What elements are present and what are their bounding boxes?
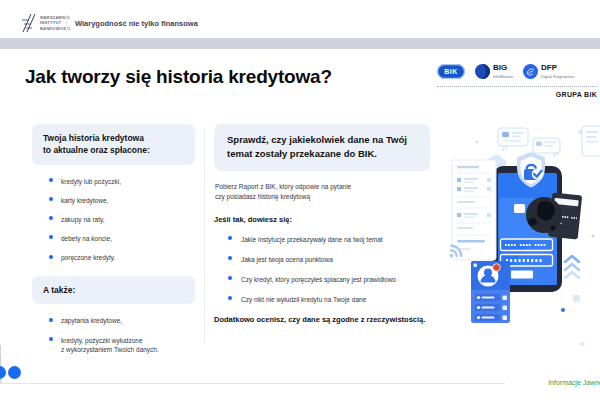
speech-bubble-left-icon <box>498 128 528 151</box>
bullet-icon <box>49 318 53 322</box>
list-item: Czy kredyt, który poręczyłeś spłacany je… <box>228 275 430 284</box>
list-item: debety na koncie, <box>49 234 195 243</box>
profile-card-icon <box>471 261 510 323</box>
security-illustration <box>430 118 600 358</box>
globe-icon <box>526 197 562 233</box>
list-item: Jaka jest twoja ocena punktowa <box>228 255 430 264</box>
slide-page: WARSZAWSKI INSTYTUT BANKOWOŚCI Wiarygodn… <box>0 0 600 400</box>
left-list-primary: kredyty lub pożyczki, karty kredytowe, z… <box>32 177 195 262</box>
list-item: kredyty lub pożyczki, <box>49 177 195 186</box>
list-item: zapytania kredytowe, <box>49 316 195 325</box>
middle-column: Sprawdź, czy jakiekolwiek dane na Twój t… <box>214 124 430 324</box>
receipt-document-icon <box>452 160 496 260</box>
bullet-icon <box>49 337 53 341</box>
wib-logo-icon <box>20 12 36 34</box>
middle-intro: Pobierz Raport z BIK, który odpowie na p… <box>215 182 375 202</box>
slide-edge-bottom <box>0 383 505 384</box>
speech-bubble-right-icon <box>533 138 560 157</box>
bullet-icon <box>228 276 232 280</box>
middle-list: Jakie instytucje przekazywały dane na tw… <box>214 235 430 304</box>
bullet-icon <box>49 178 53 182</box>
list-item: Czy nikt nie wyłudził kredytu na Twoje d… <box>228 295 430 304</box>
bullet-icon <box>49 235 53 239</box>
org-name: WARSZAWSKI INSTYTUT BANKOWOŚCI <box>40 15 76 31</box>
middle-subheader: Jeśli tak, dowiesz się: <box>214 215 430 224</box>
org-logo: WARSZAWSKI INSTYTUT BANKOWOŚCI <box>20 12 76 34</box>
dfp-label: DFP <box>541 64 574 72</box>
big-logo-icon <box>475 64 490 79</box>
list-item: zakupy na raty, <box>49 215 195 224</box>
list-item: kredyty, pożyczki wyłudzone z wykorzysta… <box>49 336 195 354</box>
left-list-secondary: zapytania kredytowe, kredyty, pożyczki w… <box>32 316 195 353</box>
top-bar: WARSZAWSKI INSTYTUT BANKOWOŚCI Wiarygodn… <box>0 0 600 38</box>
bullet-icon <box>49 255 53 259</box>
chevrons-up-icon <box>565 256 579 278</box>
left-header-primary: Twoja historia kredytowa to aktualne ora… <box>32 124 195 165</box>
deco-dot <box>578 130 582 134</box>
column-divider <box>204 128 205 344</box>
org-tagline: Wiarygodność nie tylko finansowa <box>75 19 198 28</box>
deco-circle <box>8 366 21 379</box>
header-strip <box>0 38 600 49</box>
bik-logo: BIK <box>437 64 465 79</box>
list-item: Jakie instytucje przekazywały dane na tw… <box>228 235 430 244</box>
classification-label: Informacje Jawne <box>548 379 600 386</box>
bullet-icon <box>228 236 232 240</box>
panel-clipped-icon <box>582 126 600 156</box>
header-divider <box>66 14 67 32</box>
big-sublabel: InfoMonitor <box>493 74 513 79</box>
page-title: Jak tworzy się historia kredytowa? <box>25 66 332 88</box>
big-label: BIG <box>493 64 513 72</box>
middle-header: Sprawdź, czy jakiekolwiek dane na Twój t… <box>214 124 430 171</box>
dfp-logo-icon <box>523 64 538 79</box>
middle-note: Dodatkowo ocenisz, czy dane są zgodne z … <box>214 315 430 324</box>
dfp-logo: DFP Digital Fingerprints <box>523 64 574 79</box>
dfp-sublabel: Digital Fingerprints <box>541 74 574 79</box>
deco-square <box>573 295 580 302</box>
brand-group: BIK BIG InfoMonitor <box>437 64 597 98</box>
list-item: poręczone kredyty. <box>49 253 195 262</box>
left-column: Twoja historia kredytowa to aktualne ora… <box>32 124 195 368</box>
big-logo: BIG InfoMonitor <box>475 64 513 79</box>
bullet-icon <box>228 296 232 300</box>
submit-button-icon <box>511 271 533 279</box>
left-header-secondary: A także: <box>32 276 195 304</box>
bullet-icon <box>49 197 53 201</box>
bullet-icon <box>49 216 53 220</box>
bullet-icon <box>228 256 232 260</box>
deco-circle <box>0 366 6 379</box>
grupa-bik-label: GRUPA BIK <box>437 86 597 98</box>
list-item: karty kredytowe, <box>49 196 195 205</box>
